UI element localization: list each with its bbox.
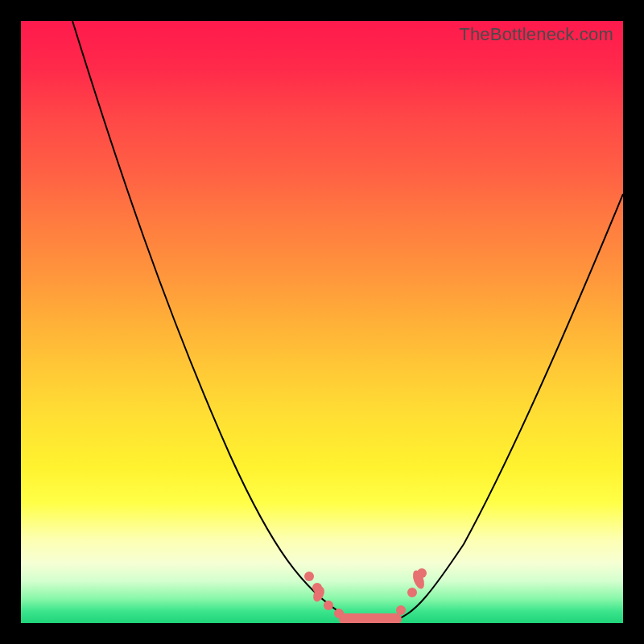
curve-marker [334,609,344,618]
left-curve [72,21,351,619]
curves-svg [21,21,623,623]
curve-marker [417,568,427,578]
curve-marker [312,583,322,592]
curve-marker [411,569,426,591]
chart-area: TheBottleneck.com [21,21,623,623]
curve-marker [304,572,314,581]
curve-marker [407,588,417,597]
right-curve [398,194,623,619]
watermark-text: TheBottleneck.com [459,24,613,45]
curve-marker [324,601,333,610]
curve-marker [396,605,406,615]
curve-marker [311,584,326,603]
